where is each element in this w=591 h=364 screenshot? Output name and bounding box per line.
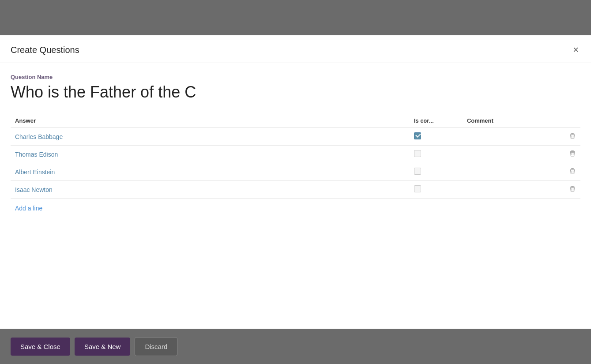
- answer-cell[interactable]: Thomas Edison: [11, 146, 410, 163]
- answer-cell[interactable]: Albert Einstein: [11, 163, 410, 181]
- table-row: Albert Einstein: [11, 163, 580, 181]
- svg-rect-5: [570, 151, 575, 152]
- answer-cell[interactable]: Isaac Newton: [11, 181, 410, 199]
- table-row: Isaac Newton: [11, 181, 580, 199]
- col-header-answer: Answer: [11, 114, 410, 128]
- table-row: Charles Babbage: [11, 128, 580, 146]
- outer-save-new-button[interactable]: Save & New: [75, 338, 131, 356]
- is-correct-cell[interactable]: [410, 146, 463, 163]
- svg-rect-4: [571, 150, 574, 151]
- col-header-correct: Is cor...: [410, 114, 463, 128]
- trash-icon[interactable]: [569, 185, 576, 194]
- svg-rect-0: [571, 133, 574, 134]
- comment-cell: [463, 146, 557, 163]
- col-header-comment: Comment: [463, 114, 557, 128]
- is-correct-cell[interactable]: [410, 163, 463, 181]
- modal-title: Create Questions: [11, 45, 79, 55]
- svg-rect-13: [570, 187, 575, 188]
- trash-icon[interactable]: [569, 168, 576, 176]
- modal-header: Create Questions ×: [0, 35, 591, 63]
- answers-table: Answer Is cor... Comment Charles Babbage…: [11, 114, 580, 199]
- modal-close-button[interactable]: ×: [571, 43, 580, 56]
- checkbox-checked-icon[interactable]: [414, 132, 421, 139]
- outer-save-close-button[interactable]: Save & Close: [11, 338, 70, 356]
- delete-cell[interactable]: [557, 181, 580, 199]
- svg-rect-8: [571, 168, 574, 169]
- modal-body: Question Name Who is the Father of the C…: [0, 63, 591, 332]
- question-name-label: Question Name: [11, 74, 580, 80]
- delete-cell[interactable]: [557, 163, 580, 181]
- svg-rect-9: [570, 169, 575, 170]
- is-correct-cell[interactable]: [410, 181, 463, 199]
- question-name-value: Who is the Father of the C: [11, 83, 580, 101]
- modal-container: Create Questions × Question Name Who is …: [0, 35, 591, 364]
- trash-icon[interactable]: [569, 150, 576, 158]
- checkbox-unchecked-icon[interactable]: [414, 150, 421, 157]
- checkbox-unchecked-icon[interactable]: [414, 168, 421, 175]
- svg-rect-1: [570, 134, 575, 135]
- is-correct-cell[interactable]: [410, 128, 463, 146]
- delete-cell[interactable]: [557, 146, 580, 163]
- comment-cell: [463, 128, 557, 146]
- col-header-delete: [557, 114, 580, 128]
- table-row: Thomas Edison: [11, 146, 580, 163]
- answer-cell[interactable]: Charles Babbage: [11, 128, 410, 146]
- checkbox-unchecked-icon[interactable]: [414, 185, 421, 192]
- outer-footer: Save & Close Save & New Discard: [0, 329, 591, 364]
- comment-cell: [463, 163, 557, 181]
- delete-cell[interactable]: [557, 128, 580, 146]
- comment-cell: [463, 181, 557, 199]
- outer-discard-button[interactable]: Discard: [135, 337, 177, 356]
- add-line-link[interactable]: Add a line: [11, 199, 47, 215]
- trash-icon[interactable]: [569, 132, 576, 141]
- svg-rect-12: [571, 186, 574, 187]
